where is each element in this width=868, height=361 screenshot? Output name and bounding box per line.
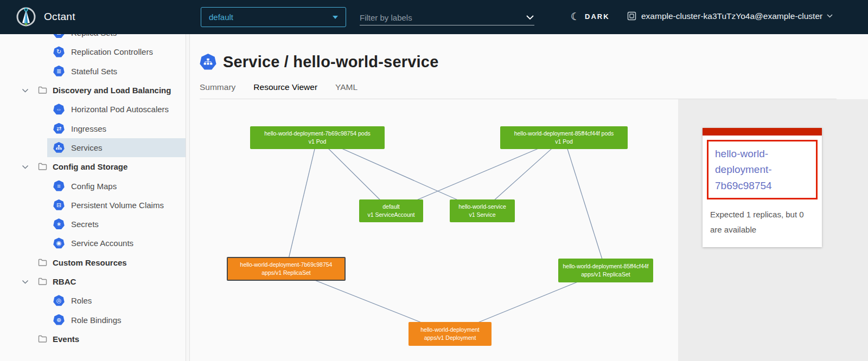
graph-node-label: v1 Pod bbox=[309, 138, 327, 146]
graph-node-svc-hello[interactable]: hello-world-servicev1 Service bbox=[450, 199, 515, 222]
roles-icon: ◎ bbox=[53, 295, 65, 306]
replication-controllers-icon: ↻ bbox=[53, 46, 65, 57]
chevron-down-icon[interactable] bbox=[21, 88, 29, 93]
graph-node-label: v1 Pod bbox=[555, 138, 573, 146]
horizontal-pod-autoscalers-icon: ⇔ bbox=[53, 104, 65, 115]
sidebar-item-replica-sets[interactable]: ⊞Replica Sets bbox=[0, 34, 186, 42]
graph-edge-pod-7b69-rs-7b69 bbox=[286, 138, 318, 269]
graph-node-deploy[interactable]: hello-world-deploymentapps/v1 Deployment bbox=[409, 322, 492, 346]
graph-node-label: v1 ServiceAccount bbox=[368, 211, 415, 219]
resource-link[interactable]: hello-world-deployment-7b69c98754 bbox=[715, 146, 809, 194]
graph-node-label: default bbox=[382, 203, 400, 211]
sidebar-item-custom-resources[interactable]: Custom Resources bbox=[0, 253, 186, 272]
tab-summary[interactable]: Summary bbox=[200, 82, 235, 100]
selected-resource-card: hello-world-deployment-7b69c98754 Expect… bbox=[703, 128, 822, 247]
sidebar-item-service-accounts[interactable]: ◉Service Accounts bbox=[0, 234, 186, 253]
folder-icon bbox=[38, 278, 47, 286]
label-filter bbox=[360, 10, 534, 25]
sidebar-item-label: Horizontal Pod Autoscalers bbox=[71, 105, 169, 114]
sidebar-group-label: Config and Storage bbox=[53, 162, 127, 171]
graph-node-pod-7b69[interactable]: hello-world-deployment-7b69c98754 podsv1… bbox=[250, 126, 385, 149]
role-bindings-icon: ⊕ bbox=[53, 314, 65, 326]
graph-node-label: apps/v1 ReplicaSet bbox=[261, 269, 310, 277]
chevron-down-icon[interactable] bbox=[21, 165, 29, 169]
chevron-down-icon[interactable] bbox=[21, 280, 29, 284]
service-accounts-icon: ◉ bbox=[53, 237, 65, 249]
sidebar-item-discovery-and-load-balancing[interactable]: Discovery and Load Balancing bbox=[0, 81, 186, 100]
chevron-down-icon bbox=[827, 14, 833, 18]
sidebar-item-rbac[interactable]: RBAC bbox=[0, 272, 186, 291]
sidebar-item-label: Service Accounts bbox=[71, 238, 133, 248]
tab-bar: SummaryResource ViewerYAML bbox=[200, 82, 358, 100]
cluster-icon bbox=[627, 11, 637, 21]
sidebar-item-label: Replication Controllers bbox=[71, 47, 153, 56]
resource-viewer-graph[interactable]: hello-world-deployment-7b69c98754 podsv1… bbox=[190, 99, 678, 361]
folder-icon bbox=[38, 163, 47, 171]
replica-sets-icon: ⊞ bbox=[53, 34, 65, 38]
page-title: Service / hello-world-service bbox=[223, 53, 438, 71]
graph-node-label: hello-world-deployment-85ff4cf44f pods bbox=[514, 130, 614, 138]
sidebar-item-label: Stateful Sets bbox=[71, 67, 117, 76]
namespace-selected-value: default bbox=[209, 12, 233, 22]
sidebar-item-stateful-sets[interactable]: ≣Stateful Sets bbox=[0, 62, 186, 81]
cluster-context-selector[interactable]: example-cluster-ka3TuTzYo4a@example-clus… bbox=[627, 11, 833, 21]
tab-yaml[interactable]: YAML bbox=[335, 82, 358, 100]
graph-node-pod-85ff[interactable]: hello-world-deployment-85ff4cf44f podsv1… bbox=[500, 126, 628, 149]
sidebar-item-label: Config Maps bbox=[71, 182, 117, 191]
graph-node-label: hello-world-service bbox=[458, 203, 506, 211]
octant-logo-icon bbox=[15, 6, 37, 28]
sidebar-item-horizontal-pod-autoscalers[interactable]: ⇔Horizontal Pod Autoscalers bbox=[0, 100, 186, 119]
folder-icon bbox=[38, 335, 47, 343]
app-title: Octant bbox=[44, 11, 75, 23]
sidebar-item-config-maps[interactable]: ≡Config Maps bbox=[0, 176, 186, 195]
graph-node-rs-7b69[interactable]: hello-world-deployment-7b69c98754apps/v1… bbox=[227, 257, 346, 281]
services-icon bbox=[53, 142, 65, 153]
graph-node-sa-default[interactable]: defaultv1 ServiceAccount bbox=[359, 199, 423, 222]
stateful-sets-icon: ≣ bbox=[53, 66, 65, 77]
sidebar-item-replication-controllers[interactable]: ↻Replication Controllers bbox=[0, 42, 186, 61]
resource-status-message: Expected 1 replicas, but 0 are available bbox=[703, 204, 822, 247]
tab-resource-viewer[interactable]: Resource Viewer bbox=[253, 82, 317, 100]
graph-node-label: hello-world-deployment-7b69c98754 pods bbox=[264, 130, 371, 138]
sidebar-item-label: Ingresses bbox=[71, 124, 106, 133]
sidebar-nav: ⊞Replica Sets↻Replication Controllers≣St… bbox=[0, 34, 186, 361]
moon-icon: ☾ bbox=[571, 11, 580, 22]
sidebar-item-role-bindings[interactable]: ⊕Role Bindings bbox=[0, 310, 186, 329]
chevron-down-icon[interactable] bbox=[526, 15, 534, 20]
sidebar-group-label: RBAC bbox=[53, 277, 76, 286]
sidebar-item-ingresses[interactable]: ⇄Ingresses bbox=[0, 119, 186, 138]
theme-toggle[interactable]: ☾ DARK bbox=[571, 11, 610, 22]
config-maps-icon: ≡ bbox=[53, 181, 65, 192]
graph-node-label: hello-world-deployment-85ff4cf44f bbox=[563, 262, 649, 270]
folder-icon bbox=[38, 259, 47, 267]
graph-node-rs-85ff[interactable]: hello-world-deployment-85ff4cf44fapps/v1… bbox=[558, 259, 653, 282]
sidebar-item-label: Roles bbox=[71, 296, 92, 305]
sidebar-item-events[interactable]: Events bbox=[0, 330, 186, 349]
sidebar-item-label: Role Bindings bbox=[71, 315, 122, 325]
page-title-row: Service / hello-world-service bbox=[200, 53, 438, 71]
cluster-context-label: example-cluster-ka3TuTzYo4a@example-clus… bbox=[641, 11, 822, 21]
folder-icon bbox=[38, 86, 47, 94]
sidebar-item-secrets[interactable]: ∗Secrets bbox=[0, 215, 186, 234]
graph-node-label: apps/v1 ReplicaSet bbox=[581, 270, 630, 279]
sidebar-item-persistent-volume-claims[interactable]: ⊟Persistent Volume Claims bbox=[0, 196, 186, 215]
theme-toggle-label: DARK bbox=[585, 12, 610, 21]
graph-node-label: v1 Service bbox=[469, 211, 495, 219]
sidebar-group-label: Events bbox=[53, 334, 79, 344]
resource-link-box: hello-world-deployment-7b69c98754 bbox=[707, 140, 818, 199]
sidebar-item-label: Services bbox=[71, 143, 103, 152]
sidebar-item-services[interactable]: Services bbox=[0, 138, 186, 157]
sidebar-item-label: Secrets bbox=[71, 220, 99, 229]
sidebar-group-label: Custom Resources bbox=[53, 258, 127, 267]
graph-node-label: hello-world-deployment-7b69c98754 bbox=[240, 261, 333, 269]
status-bar bbox=[703, 128, 822, 136]
sidebar-scrollbar[interactable] bbox=[186, 34, 190, 361]
namespace-selector[interactable]: default bbox=[201, 7, 346, 27]
label-filter-input[interactable] bbox=[360, 10, 526, 25]
sidebar-group-label: Discovery and Load Balancing bbox=[53, 86, 171, 95]
sidebar-item-config-and-storage[interactable]: Config and Storage bbox=[0, 157, 186, 176]
sidebar-item-roles[interactable]: ◎Roles bbox=[0, 291, 186, 310]
ingresses-icon: ⇄ bbox=[53, 123, 65, 134]
sidebar-item-label: Persistent Volume Claims bbox=[71, 201, 164, 210]
dropdown-caret-icon bbox=[333, 16, 338, 19]
